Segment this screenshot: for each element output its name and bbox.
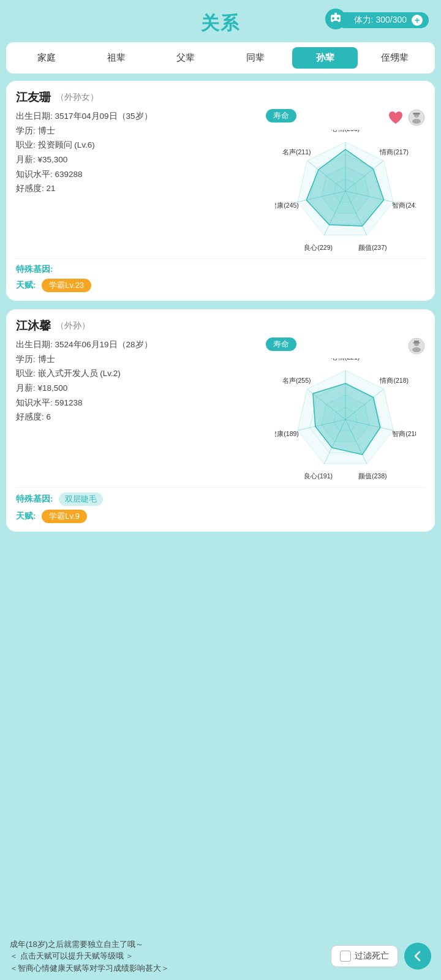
svg-text:名声(211): 名声(211) — [282, 148, 311, 156]
talent-label-0: 天赋: — [16, 281, 36, 290]
bottom-bar: 成年(18岁)之后就需要独立自主了哦～ ＜ 点击天赋可以提升天赋等级哦 ＞ ＜智… — [0, 932, 441, 981]
special-genes-label-0: 特殊基因: — [16, 265, 53, 274]
tab-nephews[interactable]: 侄甥辈 — [361, 47, 428, 69]
tab-family[interactable]: 家庭 — [13, 47, 80, 69]
tab-bar: 家庭 祖辈 父辈 同辈 孙辈 侄甥辈 — [6, 42, 435, 74]
heart-icon — [387, 109, 404, 126]
svg-text:智商(218): 智商(218) — [392, 430, 416, 437]
stamina-badge: 体力: 300/300 + — [337, 12, 429, 28]
person-card-0: 江友珊 （外孙女） 出生日期: 3517年04月09日（35岁） 学历: 博士 … — [6, 81, 435, 301]
special-genes-label-1: 特殊基因: — [16, 494, 53, 503]
salary-1: 月薪: ¥18,500 — [16, 381, 261, 396]
person-name-1: 江沐馨 — [16, 318, 51, 334]
person-icon-1 — [408, 337, 425, 355]
svg-text:健康(245): 健康(245) — [275, 202, 299, 209]
avatar-icon — [325, 9, 346, 29]
job-0: 职业: 投资顾问 (Lv.6) — [16, 138, 261, 153]
svg-rect-5 — [334, 13, 337, 15]
affection-0: 好感度: 21 — [16, 181, 261, 196]
stamina-plus-button[interactable]: + — [412, 15, 423, 26]
svg-text:名声(255): 名声(255) — [282, 377, 311, 384]
talent-row-1: 天赋: 学霸Lv.9 — [16, 510, 425, 523]
svg-text:情商(217): 情商(217) — [379, 148, 409, 156]
person-relation-0: （外孙女） — [56, 92, 99, 103]
bottom-line1: 成年(18岁)之后就需要独立自主了哦～ — [10, 938, 325, 951]
filter-dead-button[interactable]: 过滤死亡 — [331, 945, 398, 967]
svg-rect-4 — [333, 21, 338, 22]
page-title: 关系 — [201, 11, 240, 36]
talent-tag-1[interactable]: 学霸Lv.9 — [42, 510, 87, 523]
job-1: 职业: 嵌入式开发人员 (Lv.2) — [16, 366, 261, 381]
special-genes-0: 特殊基因: — [16, 258, 425, 275]
filter-checkbox[interactable] — [340, 951, 351, 962]
svg-text:颜值(238): 颜值(238) — [358, 472, 387, 480]
bottom-line2: ＜ 点击天赋可以提升天赋等级哦 ＞ — [10, 950, 325, 962]
card-icons-0 — [387, 109, 425, 126]
radar-chart-1: 心情(221)情商(218)智商(218)颜值(238)良心(191)健康(18… — [275, 358, 416, 481]
education-0: 学历: 博士 — [16, 124, 261, 138]
salary-0: 月薪: ¥35,300 — [16, 153, 261, 167]
lifespan-button-1[interactable]: 寿命 — [266, 337, 296, 351]
chart-area-0: 寿命 心情(255 — [266, 109, 425, 252]
knowledge-1: 知识水平: 591238 — [16, 396, 261, 410]
svg-text:良心(229): 良心(229) — [304, 244, 333, 251]
talent-tag-0[interactable]: 学霸Lv.23 — [42, 279, 91, 292]
svg-rect-9 — [413, 113, 420, 115]
svg-text:健康(189): 健康(189) — [275, 430, 299, 437]
person-icon-0 — [408, 109, 425, 126]
header: 关系 体力: 300/300 + — [0, 0, 441, 42]
special-genes-1: 特殊基因: 双层睫毛 — [16, 487, 425, 506]
card-header-1: 江沐馨 （外孙） — [16, 318, 425, 334]
card-icons-1 — [408, 337, 425, 355]
svg-point-3 — [337, 17, 339, 20]
tab-grandchildren[interactable]: 孙辈 — [292, 47, 358, 69]
education-1: 学历: 博士 — [16, 352, 261, 367]
tab-ancestors[interactable]: 祖辈 — [83, 47, 149, 69]
affection-1: 好感度: 6 — [16, 410, 261, 424]
card-body-1: 出生日期: 3524年06月19日（28岁） 学历: 博士 职业: 嵌入式开发人… — [16, 337, 425, 481]
card-body-0: 出生日期: 3517年04月09日（35岁） 学历: 博士 职业: 投资顾问 (… — [16, 109, 425, 252]
svg-point-31 — [412, 347, 421, 352]
radar-chart-0: 心情(255)情商(217)智商(241)颜值(237)良心(229)健康(24… — [275, 130, 416, 252]
person-relation-1: （外孙） — [56, 320, 90, 331]
bottom-line3: ＜智商心情健康天赋等对学习成绩影响甚大＞ — [10, 962, 325, 974]
svg-point-2 — [332, 17, 334, 20]
back-button[interactable] — [404, 943, 431, 970]
card-header-0: 江友珊 （外孙女） — [16, 89, 425, 105]
tab-peers[interactable]: 同辈 — [222, 47, 288, 69]
person-info-0: 出生日期: 3517年04月09日（35岁） 学历: 博士 职业: 投资顾问 (… — [16, 109, 261, 252]
person-name-0: 江友珊 — [16, 89, 51, 105]
tab-parents[interactable]: 父辈 — [153, 47, 219, 69]
svg-text:颜值(237): 颜值(237) — [358, 244, 387, 251]
filter-label: 过滤死亡 — [355, 951, 389, 962]
person-info-1: 出生日期: 3524年06月19日（28岁） 学历: 博士 职业: 嵌入式开发人… — [16, 337, 261, 481]
svg-text:情商(218): 情商(218) — [379, 377, 409, 384]
talent-row-0: 天赋: 学霸Lv.23 — [16, 279, 425, 292]
svg-rect-33 — [413, 342, 420, 344]
lifespan-button-0[interactable]: 寿命 — [266, 109, 296, 123]
chart-area-1: 寿命 心情(221)情商(218)智商(218)颜值(238)良心(191)健康… — [266, 337, 425, 481]
empty-area — [0, 540, 441, 822]
birth-1: 出生日期: 3524年06月19日（28岁） — [16, 337, 261, 352]
gene-tag-1: 双层睫毛 — [59, 492, 103, 506]
person-card-1: 江沐馨 （外孙） 出生日期: 3524年06月19日（28岁） 学历: 博士 职… — [6, 309, 435, 532]
svg-text:心情(255): 心情(255) — [331, 130, 360, 132]
birth-0: 出生日期: 3517年04月09日（35岁） — [16, 109, 261, 124]
back-arrow-icon — [411, 949, 424, 963]
svg-text:心情(221): 心情(221) — [331, 358, 360, 361]
svg-text:智商(241): 智商(241) — [392, 202, 416, 209]
stamina-label: 体力: 300/300 — [354, 15, 407, 26]
bottom-text: 成年(18岁)之后就需要独立自主了哦～ ＜ 点击天赋可以提升天赋等级哦 ＞ ＜智… — [10, 938, 325, 974]
svg-text:良心(191): 良心(191) — [304, 472, 333, 480]
talent-label-1: 天赋: — [16, 511, 36, 521]
knowledge-0: 知识水平: 639288 — [16, 167, 261, 182]
svg-point-8 — [412, 119, 421, 124]
